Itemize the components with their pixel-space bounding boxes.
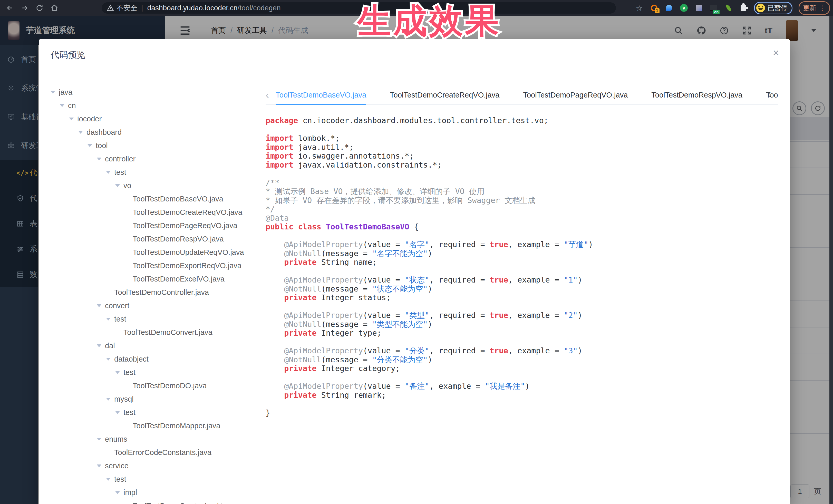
tree-file[interactable]: ToolTestDemoServiceImpl.java (51, 499, 266, 504)
tree-expand-caret-icon[interactable] (97, 464, 101, 467)
tree-folder[interactable]: enums (51, 432, 266, 446)
tree-label: ToolTestDemoUpdateReqVO.java (133, 248, 244, 257)
tree-label: test (114, 168, 126, 176)
tree-expand-caret-icon[interactable] (106, 171, 111, 174)
tree-folder[interactable]: test (51, 312, 266, 326)
tab-ToolTestDemoPageReqVO.java[interactable]: ToolTestDemoPageReqVO.java (523, 86, 628, 104)
browser-menu-icon[interactable]: ⋮ (819, 6, 826, 10)
tree-folder[interactable]: dashboard (51, 125, 266, 139)
tree-file[interactable]: ToolTestDemoCreateReqVO.java (51, 206, 266, 219)
tree-expand-caret-icon[interactable] (115, 184, 120, 187)
tree-expand-caret-icon[interactable] (97, 158, 101, 160)
tree-label: ToolTestDemoBaseVO.java (133, 195, 223, 203)
tree-label: enums (105, 435, 127, 443)
tree-label: iocoder (77, 115, 102, 123)
tabs-scroll-left-icon[interactable]: ‹ (266, 89, 269, 101)
tree-folder[interactable]: dal (51, 339, 266, 352)
tree-file[interactable]: ToolTestDemoExcelVO.java (51, 272, 266, 286)
tree-folder[interactable]: service (51, 459, 266, 473)
code-preview-dialog: 代码预览 × javacniocoderdashboardtoolcontrol… (39, 39, 790, 504)
url-path: /tool/codegen (238, 4, 281, 12)
tree-expand-caret-icon[interactable] (51, 91, 55, 94)
tree-file[interactable]: ToolTestDemoUpdateReqVO.java (51, 246, 266, 259)
home-icon[interactable] (49, 3, 60, 13)
bookmark-star-icon[interactable]: ☆ (635, 4, 644, 12)
tree-file[interactable]: ToolTestDemoController.java (51, 286, 266, 299)
tree-folder[interactable]: iocoder (51, 112, 266, 125)
tree-folder[interactable]: tool (51, 139, 266, 152)
tree-label: dal (105, 341, 115, 350)
extension-switch-icon[interactable]: on (709, 4, 718, 12)
close-icon[interactable]: × (773, 47, 779, 58)
tree-label: ToolTestDemoRespVO.java (133, 235, 224, 243)
tree-folder[interactable]: vo (51, 179, 266, 192)
tree-expand-caret-icon[interactable] (97, 344, 101, 347)
tree-label: dataobject (114, 355, 149, 363)
extension-green-v-icon[interactable]: v (680, 4, 688, 12)
tree-expand-caret-icon[interactable] (106, 478, 111, 481)
tree-expand-caret-icon[interactable] (69, 118, 74, 120)
tree-file[interactable]: ToolTestDemoConvert.java (51, 326, 266, 339)
tree-file[interactable]: ToolTestDemoRespVO.java (51, 232, 266, 246)
tree-file[interactable]: ToolTestDemoDO.java (51, 379, 266, 392)
tab-ToolTestDemoCreateReqVO.java[interactable]: ToolTestDemoCreateReqVO.java (390, 86, 499, 104)
forward-icon[interactable] (20, 3, 30, 13)
tree-folder[interactable]: cn (51, 99, 266, 112)
tree-label: ToolTestDemoServiceImpl.java (133, 502, 234, 504)
tab-ToolTestDemoRespVO.java[interactable]: ToolTestDemoRespVO.java (651, 86, 742, 104)
file-tree: javacniocoderdashboardtoolcontrollertest… (51, 86, 266, 504)
tree-expand-caret-icon[interactable] (97, 438, 101, 440)
tree-expand-caret-icon[interactable] (88, 144, 92, 147)
reload-icon[interactable] (34, 3, 45, 13)
tree-expand-caret-icon[interactable] (115, 371, 120, 374)
tree-label: vo (123, 182, 132, 190)
tree-file[interactable]: ToolErrorCodeConstants.java (51, 446, 266, 459)
tree-label: ToolTestDemoExcelVO.java (133, 275, 224, 283)
tree-expand-caret-icon[interactable] (106, 398, 111, 401)
tree-label: ToolTestDemoController.java (114, 288, 209, 297)
tree-expand-caret-icon[interactable] (106, 318, 111, 320)
tree-folder[interactable]: controller (51, 152, 266, 166)
tree-expand-caret-icon[interactable] (115, 491, 120, 494)
tree-label: mysql (114, 395, 134, 403)
tree-expand-caret-icon[interactable] (78, 131, 83, 134)
tree-label: ToolTestDemoConvert.java (123, 328, 213, 337)
back-icon[interactable] (5, 3, 15, 13)
tree-expand-caret-icon[interactable] (60, 104, 65, 107)
browser-update-button[interactable]: 更新 ⋮ (799, 1, 830, 15)
extension-drop-icon[interactable] (665, 4, 673, 12)
tree-label: test (114, 475, 126, 483)
tree-expand-caret-icon[interactable] (115, 411, 120, 414)
security-label[interactable]: 不安全 (117, 3, 137, 13)
extension-orange-icon[interactable]: 1 (650, 4, 659, 12)
extension-grid-icon[interactable] (694, 4, 703, 12)
tree-label: impl (123, 488, 137, 497)
extensions-puzzle-icon[interactable] (739, 4, 748, 12)
tree-label: ToolTestDemoPageReqVO.java (133, 221, 237, 230)
tree-folder[interactable]: test (51, 473, 266, 486)
tree-file[interactable]: ToolTestDemoMapper.java (51, 419, 266, 432)
profile-avatar-icon (756, 4, 765, 12)
tab-ToolTestDemoBaseVO.java[interactable]: ToolTestDemoBaseVO.java (276, 86, 366, 104)
tree-folder[interactable]: dataobject (51, 352, 266, 366)
tree-expand-caret-icon[interactable] (97, 304, 101, 307)
tree-folder[interactable]: impl (51, 486, 266, 499)
tabs-scroll-right-icon[interactable]: › (768, 89, 771, 100)
tree-folder[interactable]: convert (51, 299, 266, 312)
tree-label: ToolTestDemoDO.java (133, 382, 207, 390)
scrollbar[interactable] (829, 16, 833, 504)
tree-file[interactable]: ToolTestDemoBaseVO.java (51, 192, 266, 206)
tree-label: ToolErrorCodeConstants.java (114, 448, 211, 457)
profile-paused-chip[interactable]: 已暂停 (754, 2, 792, 15)
tree-file[interactable]: ToolTestDemoExportReqVO.java (51, 259, 266, 272)
tree-expand-caret-icon[interactable] (106, 358, 111, 361)
tree-folder[interactable]: test (51, 366, 266, 379)
extension-sprout-icon[interactable] (724, 4, 733, 12)
file-tabs: ‹ ToolTestDemoBaseVO.javaToolTestDemoCre… (266, 86, 778, 105)
tree-folder[interactable]: mysql (51, 392, 266, 406)
tree-folder[interactable]: java (51, 86, 266, 99)
tree-folder[interactable]: test (51, 166, 266, 179)
tree-folder[interactable]: test (51, 406, 266, 419)
tree-file[interactable]: ToolTestDemoPageReqVO.java (51, 219, 266, 232)
tree-label: controller (105, 155, 136, 163)
